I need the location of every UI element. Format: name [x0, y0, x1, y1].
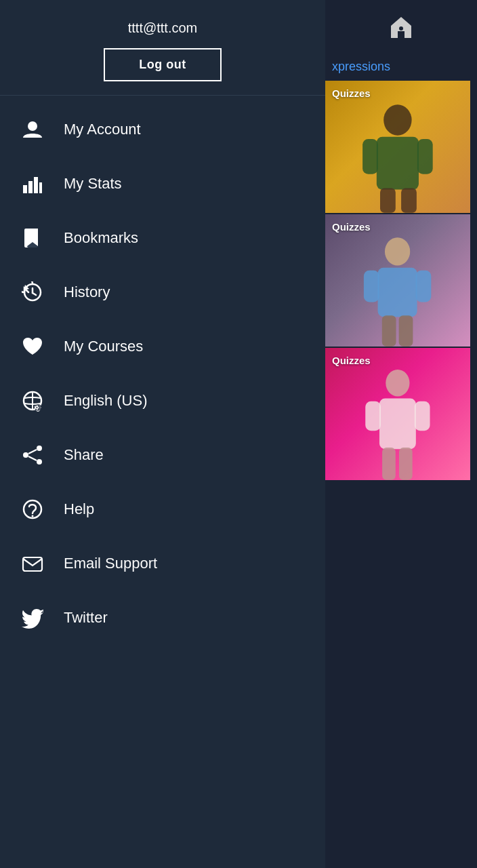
- left-menu: tttt@ttt.com Log out My Account: [0, 0, 325, 868]
- svg-rect-9: [364, 271, 379, 302]
- svg-rect-15: [365, 401, 381, 431]
- svg-rect-23: [39, 182, 42, 193]
- help-label: Help: [64, 500, 94, 518]
- svg-rect-10: [416, 271, 432, 302]
- person-figure-1: [347, 100, 449, 213]
- quiz-card-label-1: Quizzes: [332, 87, 371, 99]
- help-icon: [20, 497, 45, 521]
- svg-point-0: [399, 26, 403, 31]
- svg-rect-16: [415, 401, 430, 431]
- svg-rect-42: [23, 557, 42, 571]
- quiz-card-3[interactable]: Quizzes: [325, 348, 470, 480]
- english-us-label: English (US): [64, 392, 147, 410]
- quiz-card-label-3: Quizzes: [332, 355, 371, 366]
- svg-rect-20: [23, 185, 27, 193]
- my-stats-label: My Stats: [64, 175, 122, 193]
- svg-rect-11: [382, 315, 396, 347]
- quiz-card-label-2: Quizzes: [332, 221, 371, 233]
- my-account-label: My Account: [64, 121, 141, 138]
- bookmark-icon: [20, 226, 45, 250]
- heart-icon: [20, 334, 45, 359]
- svg-point-13: [386, 370, 409, 396]
- account-icon: [20, 117, 45, 142]
- svg-point-36: [37, 459, 42, 465]
- email-icon: [20, 551, 45, 576]
- svg-line-39: [28, 456, 37, 460]
- menu-item-my-account[interactable]: My Account: [0, 102, 325, 157]
- right-content: xpressions Quizzes Quizzes: [325, 54, 477, 868]
- svg-point-37: [23, 452, 28, 458]
- person-figure-3: [347, 368, 449, 480]
- svg-line-38: [28, 450, 37, 454]
- svg-rect-2: [377, 137, 419, 190]
- home-icon-area[interactable]: [325, 0, 477, 54]
- menu-item-english-us[interactable]: English (US): [0, 374, 325, 428]
- home-icon[interactable]: [388, 14, 415, 41]
- svg-rect-22: [34, 177, 38, 193]
- menu-item-bookmarks[interactable]: Bookmarks: [0, 211, 325, 265]
- person-figure-2: [339, 234, 455, 347]
- user-email: tttt@ttt.com: [128, 20, 198, 36]
- twitter-icon: [20, 606, 45, 630]
- svg-rect-6: [401, 189, 417, 213]
- menu-item-help[interactable]: Help: [0, 482, 325, 536]
- svg-rect-21: [28, 181, 33, 193]
- svg-rect-4: [417, 139, 433, 174]
- menu-nav: My Account My Stats: [0, 96, 325, 868]
- quiz-card-1[interactable]: Quizzes: [325, 81, 470, 213]
- svg-point-7: [385, 237, 410, 265]
- svg-rect-8: [378, 268, 417, 317]
- share-label: Share: [64, 446, 104, 464]
- menu-item-share[interactable]: Share: [0, 428, 325, 482]
- svg-rect-12: [399, 315, 413, 347]
- menu-item-twitter[interactable]: Twitter: [0, 591, 325, 645]
- svg-rect-3: [362, 139, 378, 174]
- logout-button[interactable]: Log out: [104, 48, 221, 81]
- history-label: History: [64, 283, 110, 301]
- svg-point-19: [28, 121, 37, 131]
- twitter-label: Twitter: [64, 609, 108, 627]
- svg-point-41: [32, 515, 34, 517]
- expressions-label: xpressions: [325, 54, 477, 81]
- quiz-card-2[interactable]: Quizzes: [325, 214, 470, 347]
- bookmarks-label: Bookmarks: [64, 229, 138, 247]
- share-icon: [20, 443, 45, 467]
- right-panel: xpressions Quizzes Quizzes: [325, 0, 477, 868]
- svg-line-28: [33, 293, 36, 295]
- user-header: tttt@ttt.com Log out: [0, 0, 325, 96]
- email-support-label: Email Support: [64, 555, 157, 572]
- svg-rect-18: [399, 448, 413, 480]
- stats-icon: [20, 172, 45, 196]
- svg-point-1: [383, 104, 411, 136]
- svg-point-35: [37, 446, 42, 451]
- history-icon: [20, 280, 45, 304]
- menu-item-history[interactable]: History: [0, 265, 325, 319]
- svg-rect-5: [380, 189, 396, 213]
- language-icon: [20, 389, 45, 413]
- my-courses-label: My Courses: [64, 338, 143, 355]
- menu-item-my-courses[interactable]: My Courses: [0, 319, 325, 374]
- menu-item-my-stats[interactable]: My Stats: [0, 157, 325, 211]
- svg-rect-14: [379, 399, 416, 450]
- svg-rect-17: [382, 448, 396, 480]
- menu-item-email-support[interactable]: Email Support: [0, 536, 325, 591]
